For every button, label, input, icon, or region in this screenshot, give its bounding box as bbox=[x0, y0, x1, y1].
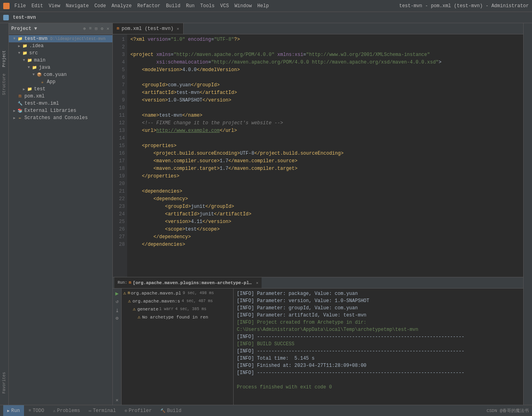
run-tab-status-label: Run bbox=[11, 408, 20, 414]
tab-close-pom[interactable]: ✕ bbox=[177, 26, 179, 31]
run-tree-item-maven2[interactable]: ⚠ org.apache.maven:s 4 sec, 407 ms bbox=[122, 297, 233, 305]
right-vertical-tabs bbox=[523, 23, 532, 405]
sidebar-item-project[interactable]: Project bbox=[1, 47, 8, 70]
run-tab-maven-icon: m bbox=[129, 281, 131, 285]
tree-item-package[interactable]: ▼ 📦 com.yuan bbox=[9, 71, 112, 78]
code-line-25: <version>4.11</version> bbox=[130, 218, 520, 226]
tree-arrow-java: ▼ bbox=[26, 66, 31, 70]
warn-icon-maven: ⚠ bbox=[123, 290, 126, 297]
menu-refactor[interactable]: Refactor bbox=[135, 2, 163, 10]
code-line-23: <groupId>junit</groupId> bbox=[130, 203, 520, 211]
code-line-9: <version>1.0-SNAPSHOT</version> bbox=[130, 97, 520, 104]
scratches-icon: ✏ bbox=[17, 115, 23, 120]
tree-item-extlibs[interactable]: ▶ 📚 External Libraries bbox=[9, 107, 112, 114]
status-tab-todo[interactable]: ≡ TODO bbox=[25, 405, 48, 416]
menu-tools[interactable]: Tools bbox=[198, 2, 217, 10]
panel-close-icon[interactable]: ✕ bbox=[106, 26, 110, 32]
tree-item-iml[interactable]: 🔧 test-mvn.iml bbox=[9, 100, 112, 107]
extlibs-icon: 📚 bbox=[17, 108, 23, 113]
tree-item-test[interactable]: ▶ 📁 test bbox=[9, 86, 112, 93]
menu-navigate[interactable]: Navigate bbox=[63, 2, 91, 10]
bottom-panel: Run: m [org.apache.maven.plugins:maven-a… bbox=[113, 277, 523, 405]
warn-icon-noarch: ⚠ bbox=[138, 314, 140, 320]
menu-window[interactable]: Window bbox=[232, 2, 254, 10]
run-tab-active[interactable]: Run: m [org.apache.maven.plugins:maven-a… bbox=[114, 277, 262, 288]
run-settings-button[interactable]: ⚙ bbox=[116, 315, 118, 321]
tree-item-root[interactable]: ▼ 📁 test-mvn D:\ideaproject\test-mvn bbox=[9, 35, 112, 42]
menu-view[interactable]: View bbox=[46, 2, 63, 10]
tree-item-app[interactable]: ☕ App bbox=[9, 78, 112, 86]
status-tab-build[interactable]: 🔨 Build bbox=[156, 405, 185, 416]
profiler-tab-icon: ⊙ bbox=[125, 408, 127, 413]
tree-label-app: App bbox=[47, 79, 56, 85]
tree-label-root: test-mvn D:\ideaproject\test-mvn bbox=[24, 36, 106, 42]
menu-vcs[interactable]: VCS bbox=[218, 2, 232, 10]
run-tree-item-maven[interactable]: ⚠ m org.apache.maven.pl 9 sec, 498 ms bbox=[122, 289, 233, 297]
status-tab-run[interactable]: ▶ Run bbox=[3, 405, 24, 416]
left-side-tabs: Project Structure Favorites bbox=[0, 23, 9, 405]
menu-analyze[interactable]: Analyze bbox=[109, 2, 134, 10]
tree-item-main[interactable]: ▼ 📁 main bbox=[9, 57, 112, 64]
tree-label-src: src bbox=[29, 50, 38, 56]
code-line-12: <!-- FIXME change it to the project's we… bbox=[130, 119, 520, 127]
panel-locate-icon[interactable]: ⊕ bbox=[82, 26, 87, 32]
menu-build[interactable]: Build bbox=[164, 2, 183, 10]
menu-run[interactable]: Run bbox=[184, 2, 197, 10]
menu-code[interactable]: Code bbox=[92, 2, 108, 10]
menu-file[interactable]: File bbox=[12, 2, 28, 10]
code-line-19: </properties> bbox=[130, 173, 520, 180]
status-tab-terminal[interactable]: ▭ Terminal bbox=[85, 405, 120, 416]
run-label-maven2: org.apache.maven:s bbox=[132, 298, 180, 305]
tree-label-java: java bbox=[39, 65, 50, 70]
panel-collapse-icon[interactable]: ⊟ bbox=[94, 26, 98, 32]
run-play-button[interactable]: ▶ bbox=[115, 290, 118, 297]
tree-item-src[interactable]: ▼ 📁 src bbox=[9, 50, 112, 57]
tree-arrow-root: ▼ bbox=[12, 37, 17, 41]
run-content: ▶ ↺ ⤓ ⚙ ✕ ⚠ m org.apache.maven.pl 9 sec,… bbox=[113, 289, 523, 405]
tree-label-pom: pom.xml bbox=[24, 94, 44, 99]
code-line-5: <modelVersion>4.0.0</modelVersion> bbox=[130, 66, 520, 74]
status-tab-profiler[interactable]: ⊙ Profiler bbox=[121, 405, 156, 416]
code-line-10 bbox=[130, 104, 520, 112]
code-line-13: <url>http://www.example.com</url> bbox=[130, 127, 520, 135]
sidebar-item-favorites[interactable]: Favorites bbox=[1, 369, 8, 397]
run-close-layout-button[interactable]: ✕ bbox=[116, 397, 118, 403]
bottom-tabs: Run: m [org.apache.maven.plugins:maven-a… bbox=[113, 277, 523, 289]
code-line-4: xsi:schemaLocation="http://maven.apache.… bbox=[130, 59, 520, 66]
java-folder-icon: 📁 bbox=[31, 65, 38, 70]
run-time-maven: 9 sec, 498 ms bbox=[183, 290, 214, 297]
editor-tab-pom[interactable]: m pom.xml (test-mvn) ✕ bbox=[113, 23, 184, 34]
tree-item-pom[interactable]: m pom.xml bbox=[9, 93, 112, 100]
menu-help[interactable]: Help bbox=[255, 2, 271, 10]
run-tab-label: [org.apache.maven.plugins:maven-archetyp… bbox=[133, 281, 253, 285]
status-tab-problems[interactable]: ⚠ Problems bbox=[49, 405, 84, 416]
tree-label-test: test bbox=[34, 86, 46, 92]
tree-item-scratches[interactable]: ▶ ✏ Scratches and Consoles bbox=[9, 114, 112, 121]
code-editor[interactable]: 12345 678910 1112131415 1617181920 21222… bbox=[113, 34, 523, 277]
console-line-9: [INFO] Total time: 5.145 s bbox=[237, 355, 520, 362]
panel-settings-icon[interactable]: ⚙ bbox=[100, 26, 104, 32]
console-line-12 bbox=[237, 376, 520, 384]
tree-arrow-idea: ▶ bbox=[17, 44, 22, 48]
run-tree-item-generate[interactable]: ⚠ generate 1 warr 4 sec, 385 ms bbox=[122, 305, 233, 313]
panel-expand-icon[interactable]: ≡ bbox=[88, 26, 93, 32]
run-time-maven2: 4 sec, 407 ms bbox=[182, 298, 213, 305]
tree-item-idea[interactable]: ▶ 📁 .idea bbox=[9, 42, 112, 50]
run-scroll-end-button[interactable]: ⤓ bbox=[115, 308, 119, 314]
code-line-11: <name>test-mvn</name> bbox=[130, 112, 520, 119]
todo-tab-label: TODO bbox=[33, 408, 44, 414]
tree-item-java[interactable]: ▼ 📁 java bbox=[9, 64, 112, 71]
console-line-8: [INFO] ---------------------------------… bbox=[237, 348, 520, 355]
tab-label-pom: pom.xml (test-mvn) bbox=[122, 26, 174, 32]
project-title-bar: test-mvn bbox=[0, 12, 532, 23]
run-rerun-button[interactable]: ↺ bbox=[116, 299, 118, 305]
sidebar-item-structure[interactable]: Structure bbox=[1, 70, 8, 98]
code-line-7: <groupId>com.yuan</groupId> bbox=[130, 82, 520, 89]
run-tree-item-noarch[interactable]: ⚠ No archetype found in ren bbox=[122, 313, 233, 321]
menu-edit[interactable]: Edit bbox=[29, 2, 46, 10]
terminal-tab-label: Terminal bbox=[93, 408, 116, 414]
run-tab-close[interactable]: ✕ bbox=[256, 281, 258, 285]
console-line-4: [INFO] Parameter: artifactId, Value: tes… bbox=[237, 312, 520, 319]
main-layout: Project Structure Favorites Project ▼ ⊕ … bbox=[0, 23, 532, 405]
run-label-generate: generate bbox=[137, 306, 158, 312]
